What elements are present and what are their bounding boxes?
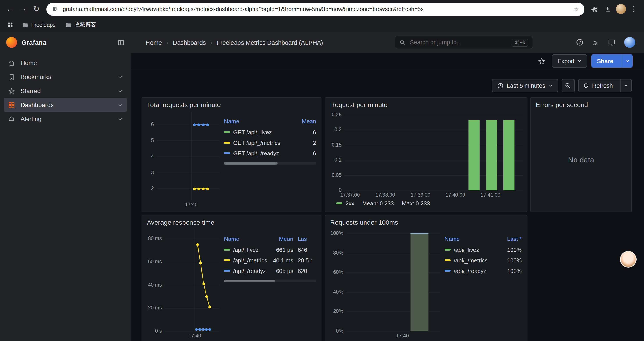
request-per-minute-chart[interactable]: 0.250.20.150.10.050 17:37:0017:38:0017:3… (329, 112, 522, 198)
legend-row[interactable]: GET /api/_livez 6 (224, 127, 316, 137)
series-swatch (224, 131, 230, 133)
grafana-app: Grafana Home Bookmarks Starred (0, 32, 644, 341)
series-name[interactable]: 2xx (346, 200, 354, 206)
reload-button[interactable]: ↻ (30, 3, 43, 16)
legend-scrollbar[interactable] (224, 162, 316, 165)
legend-row[interactable]: /api/_livez 100% (444, 244, 522, 255)
legend-table: Name Last * /api/_livez 100% /api/_/metr… (440, 229, 522, 339)
refresh-interval-toggle[interactable] (620, 80, 631, 92)
refresh-main[interactable]: Refresh (578, 80, 617, 92)
series-mean: 605 µs (269, 267, 293, 274)
series-swatch (444, 249, 451, 251)
legend-row[interactable]: GET /api/_/readyz 6 (224, 148, 316, 158)
legend-row[interactable]: /api/_/readyz 100% (444, 265, 522, 276)
breadcrumb-dashboards[interactable]: Dashboards (173, 39, 206, 46)
legend-header-name[interactable]: Name (444, 236, 497, 242)
zoom-out-button[interactable] (561, 79, 574, 92)
search-input[interactable] (409, 39, 508, 46)
legend-header-last[interactable]: Last * (497, 236, 522, 242)
panel-title[interactable]: Average response time (147, 219, 317, 226)
back-icon: ← (6, 5, 14, 14)
legend-item[interactable]: 2xx (336, 200, 354, 206)
series-name[interactable]: GET /api/_/metrics (233, 139, 292, 146)
bookmark-item[interactable]: 收藏博客 (62, 20, 100, 30)
share-menu-toggle[interactable] (622, 55, 632, 68)
browser-avatar (616, 4, 626, 14)
search-box[interactable]: ⌘+k (394, 36, 533, 49)
profile-button[interactable] (614, 3, 627, 16)
sidebar-item-alerting[interactable]: Alerting (4, 112, 127, 126)
series-name[interactable]: /api/_livez (454, 246, 497, 253)
legend-row[interactable]: GET /api/_/metrics 2 (224, 137, 316, 148)
legend-header-mean[interactable]: Mean (269, 236, 293, 242)
user-menu-button[interactable] (624, 37, 635, 48)
url-input[interactable] (62, 5, 570, 13)
bookmark-item[interactable]: Freeleaps (18, 20, 59, 30)
average-response-chart[interactable]: 80 ms60 ms40 ms20 ms0 s 17:40 (146, 229, 220, 339)
refresh-icon (583, 83, 589, 89)
series-name[interactable]: /api/_/readyz (454, 267, 497, 274)
refresh-button[interactable]: Refresh (578, 79, 632, 92)
breadcrumb-home[interactable]: Home (146, 39, 162, 46)
under-100ms-chart[interactable]: 100%80%60%40%20%0% 17:40 (329, 229, 440, 339)
legend-row[interactable]: /api/_/readyz 605 µs 620 (224, 265, 316, 276)
total-requests-chart[interactable]: 65432 17:40 (146, 112, 220, 208)
share-label[interactable]: Share (592, 55, 618, 68)
grafana-logo[interactable] (6, 37, 17, 48)
bookmarks-bar: Freeleaps 收藏博客 (0, 18, 644, 32)
bookmark-star-icon[interactable]: ☆ (573, 6, 579, 12)
series-max: Max: 0.233 (402, 200, 430, 206)
legend-header-mean[interactable]: Mean (292, 118, 316, 125)
panel-title[interactable]: Request per minute (330, 101, 522, 108)
series-name[interactable]: GET /api/_/readyz (233, 150, 292, 156)
sidebar-item-dashboards[interactable]: Dashboards (4, 98, 127, 112)
scrollbar-thumb[interactable] (224, 162, 278, 165)
browser-toolbar: ← → ↻ ☆ ⋮ (0, 0, 644, 18)
panel-title[interactable]: Total requests per minute (147, 101, 317, 108)
extensions-button[interactable] (588, 3, 601, 16)
sidebar-item-bookmarks[interactable]: Bookmarks (4, 70, 127, 84)
scrollbar-thumb[interactable] (224, 279, 275, 282)
help-button[interactable]: ? (576, 39, 584, 46)
series-name[interactable]: /api/_livez (233, 246, 269, 253)
share-button[interactable]: Share (592, 55, 632, 68)
collapse-sidebar-button[interactable] (118, 39, 124, 46)
sidebar-item-starred[interactable]: Starred (4, 84, 127, 98)
news-button[interactable] (592, 39, 599, 46)
series-last: 646 (293, 246, 316, 253)
panel-collapse-icon (118, 39, 124, 46)
legend-header-name[interactable]: Name (224, 236, 269, 242)
legend-row[interactable]: /api/_livez 661 µs 646 (224, 244, 316, 255)
panel-title[interactable]: Requests under 100ms (330, 219, 522, 226)
series-name[interactable]: /api/_/metrics (233, 257, 269, 263)
favorite-dashboard-button[interactable] (536, 55, 548, 67)
apps-grid-button[interactable] (4, 19, 16, 31)
series-name[interactable]: /api/_/readyz (233, 267, 269, 274)
downloads-button[interactable] (601, 3, 614, 16)
panel-title[interactable]: Errors per second (536, 101, 627, 108)
legend-header-last[interactable]: Las (293, 236, 316, 242)
series-swatch (224, 259, 230, 261)
series-name[interactable]: GET /api/_livez (233, 129, 292, 135)
legend-header-name[interactable]: Name (224, 118, 292, 125)
legend-table: Name Mean GET /api/_livez 6 GET /api/_/m… (220, 112, 317, 208)
omnibox[interactable]: ☆ (46, 3, 584, 16)
legend-row[interactable]: /api/_/metrics 40.1 ms 20.5 r (224, 255, 316, 265)
forward-button[interactable]: → (17, 3, 30, 16)
series-last: 100% (497, 246, 522, 253)
browser-menu-button[interactable]: ⋮ (627, 3, 640, 16)
floating-assistant-avatar[interactable] (620, 251, 636, 268)
sidebar-item-label: Alerting (20, 115, 112, 122)
time-range-picker[interactable]: Last 5 minutes (492, 79, 558, 92)
series-name[interactable]: /api/_/metrics (454, 257, 497, 263)
legend-scrollbar[interactable] (224, 279, 316, 282)
time-controls: Last 5 minutes Refresh (131, 69, 644, 92)
back-button[interactable]: ← (4, 3, 17, 16)
legend-row[interactable]: /api/_/metrics 100% (444, 255, 522, 265)
kiosk-mode-button[interactable] (608, 39, 616, 46)
export-button[interactable]: Export (552, 55, 587, 68)
sidebar-item-home[interactable]: Home (4, 56, 127, 70)
panel-errors-per-second: Errors per second No data (530, 97, 632, 212)
series-swatch (224, 142, 230, 144)
site-settings-icon[interactable] (52, 6, 58, 12)
